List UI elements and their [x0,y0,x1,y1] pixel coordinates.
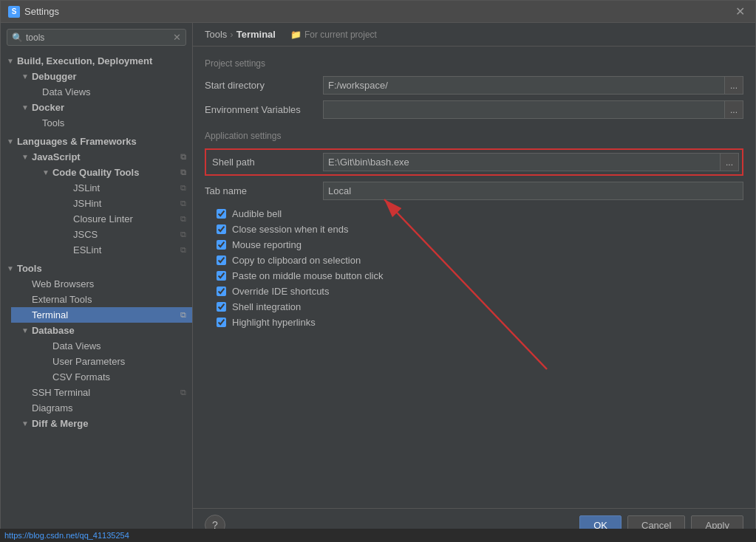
javascript-group[interactable]: ▼ JavaScript ⧉ [11,149,192,165]
for-project-label: For current project [304,30,377,40]
db-arrow: ▼ [21,326,29,335]
window-title: Settings [24,6,59,17]
closure-linter-label: Closure Linter [73,213,133,224]
tools-children: Web Browsers External Tools Terminal ⧉ ▼… [1,276,192,431]
copy-icon-jshint: ⧉ [180,199,186,208]
tools-group[interactable]: ▼ Tools [1,261,192,276]
env-variables-input[interactable] [323,100,725,119]
debugger-arrow: ▼ [21,72,29,80]
checkbox-label-mouse-reporting: Mouse reporting [232,239,302,250]
env-variables-label: Environment Variables [205,104,323,115]
eslint-label: ESLint [73,244,101,255]
shell-path-input[interactable] [323,153,721,171]
checkbox-paste-middle[interactable] [217,271,226,281]
start-directory-row: Start directory ... [205,76,743,95]
checkbox-copy-clipboard[interactable] [217,255,226,265]
copy-icon-jslint: ⧉ [180,183,186,193]
db-children: Data Views User Parameters CSV Formats [11,338,192,385]
sidebar: 🔍 ✕ ▼ Build, Execution, Deployment ▼ Deb… [1,23,193,541]
code-quality-group[interactable]: ▼ Code Quality Tools ⧉ [21,165,192,180]
sidebar-item-diagrams[interactable]: Diagrams [11,400,192,416]
settings-window: S Settings ✕ 🔍 ✕ ▼ Build, Execution, Dep… [0,0,756,542]
sidebar-item-jshint[interactable]: JSHint ⧉ [42,196,192,211]
diff-merge-group[interactable]: ▼ Diff & Merge [11,416,192,431]
search-input[interactable] [26,32,170,43]
checkbox-row-audible-bell: Audible bell [205,206,743,222]
start-directory-browse-btn[interactable]: ... [725,76,743,95]
checkbox-label-override-ide: Override IDE shortcuts [232,286,330,297]
shell-path-field-group: ... [323,153,739,171]
sidebar-item-docker-tools[interactable]: Tools [11,115,192,131]
sidebar-item-terminal[interactable]: Terminal ⧉ [11,307,192,323]
copy-icon-ssh: ⧉ [180,388,186,397]
checkbox-label-audible-bell: Audible bell [232,208,282,219]
checkbox-audible-bell[interactable] [217,209,226,219]
external-tools-label: External Tools [32,294,92,305]
debugger-label: Debugger [32,71,77,82]
copy-icon-eslint: ⧉ [180,245,186,255]
start-directory-input[interactable] [323,76,725,95]
ssh-terminal-label: SSH Terminal [32,387,90,398]
checkbox-override-ide[interactable] [217,287,226,296]
checkbox-row-copy-clipboard: Copy to clipboard on selection [205,253,743,268]
checkbox-row-override-ide: Override IDE shortcuts [205,284,743,299]
search-icon: 🔍 [12,32,23,43]
sidebar-item-jscs[interactable]: JSCS ⧉ [42,227,192,242]
build-children: ▼ Debugger Data Views ▼ Docker Tools [1,69,192,131]
checkbox-highlight-hyperlinks[interactable] [217,318,226,327]
diagrams-label: Diagrams [32,402,73,414]
data-views-db-label: Data Views [52,340,101,351]
database-group[interactable]: ▼ Database [11,323,192,338]
sidebar-item-data-views-db[interactable]: Data Views [21,338,192,354]
checkbox-close-session[interactable] [217,224,226,234]
cq-children: JSLint ⧉ JSHint ⧉ Closure Linter ⧉ [21,180,192,258]
breadcrumb-separator: › [230,29,233,40]
docker-tools-label: Tools [42,117,64,128]
start-directory-field-group: ... [323,76,743,95]
main-panel: Tools › Terminal 📁 For current project P… [193,23,755,541]
folder-icon: 📁 [290,30,302,40]
breadcrumb-bar: Tools › Terminal 📁 For current project [193,23,755,47]
shell-path-browse-btn[interactable]: ... [721,153,739,171]
sidebar-item-closure-linter[interactable]: Closure Linter ⧉ [42,211,192,227]
debugger-group[interactable]: ▼ Debugger [11,69,192,84]
sidebar-item-jslint[interactable]: JSLint ⧉ [42,180,192,196]
checkbox-row-close-session: Close session when it ends [205,222,743,237]
checkbox-row-shell-integration: Shell integration [205,299,743,315]
sidebar-item-external-tools[interactable]: External Tools [11,292,192,307]
checkbox-mouse-reporting[interactable] [217,240,226,250]
jslint-label: JSLint [73,182,100,193]
data-views-label: Data Views [42,86,91,97]
sidebar-item-user-parameters[interactable]: User Parameters [21,354,192,369]
languages-children: ▼ JavaScript ⧉ ▼ Code Quality Tools ⧉ [1,149,192,258]
checkbox-shell-integration[interactable] [217,302,226,312]
terminal-label: Terminal [32,309,68,320]
env-variables-browse-btn[interactable]: ... [725,100,743,119]
js-children: ▼ Code Quality Tools ⧉ JSLint ⧉ J [11,165,192,258]
sidebar-item-data-views[interactable]: Data Views [11,84,192,100]
sidebar-item-csv-formats[interactable]: CSV Formats [21,369,192,385]
search-clear-button[interactable]: ✕ [173,32,181,43]
url-bar: https://blog.csdn.net/qq_41135254 [0,529,756,542]
docker-label: Docker [32,102,64,113]
lang-arrow: ▼ [7,137,14,145]
build-execution-group[interactable]: ▼ Build, Execution, Deployment [1,53,192,69]
sidebar-item-ssh-terminal[interactable]: SSH Terminal ⧉ [11,385,192,400]
close-button[interactable]: ✕ [732,3,748,20]
docker-arrow: ▼ [21,103,29,112]
docker-group[interactable]: ▼ Docker [11,100,192,115]
tab-name-input[interactable] [323,182,743,200]
tree-group-build: ▼ Build, Execution, Deployment ▼ Debugge… [1,52,192,132]
search-box: 🔍 ✕ [7,29,186,46]
sidebar-item-eslint[interactable]: ESLint ⧉ [42,242,192,258]
checkbox-row-mouse-reporting: Mouse reporting [205,237,743,253]
app-settings-label: Application settings [205,131,743,141]
languages-label: Languages & Frameworks [17,136,137,147]
languages-frameworks-group[interactable]: ▼ Languages & Frameworks [1,134,192,149]
breadcrumb-current: Terminal [236,29,276,40]
javascript-label: JavaScript [32,151,81,162]
web-browsers-label: Web Browsers [32,278,94,289]
sidebar-item-web-browsers[interactable]: Web Browsers [11,276,192,292]
breadcrumb-parent: Tools [205,29,227,40]
env-variables-field-group: ... [323,100,743,119]
